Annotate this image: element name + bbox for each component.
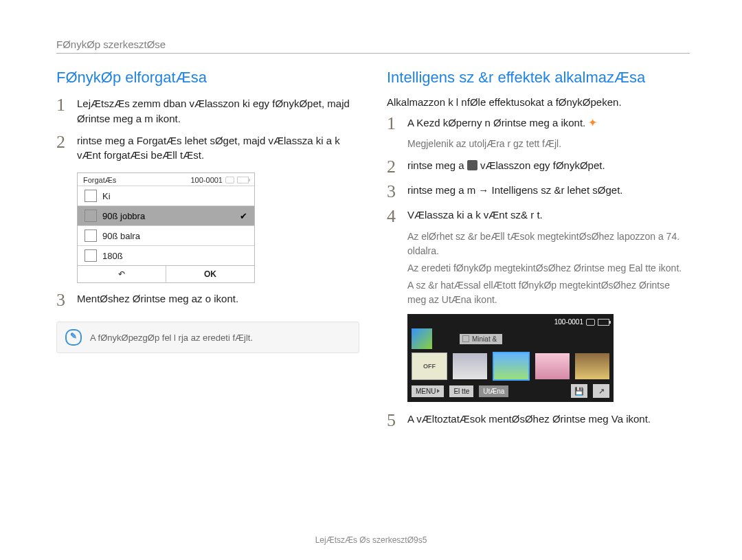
step-number: 2 [387, 158, 399, 176]
effects-icon [412, 328, 432, 349]
step-4r-sub1: Az elØrhet sz &r beÆll tÆsok megtekintØs… [407, 229, 690, 258]
ok-button[interactable]: OK [166, 266, 254, 282]
filter-counter: 100-0001 [554, 318, 583, 326]
step-number: 1 [387, 115, 399, 133]
step-text: rintse meg a m → Intelligens sz &r lehet… [407, 183, 690, 201]
memory-icon [225, 177, 234, 183]
step-1r-sub: Megjelenik az utoljÆra r gz tett fÆjl. [407, 137, 690, 151]
share-icon-button[interactable]: ↗ [593, 384, 609, 398]
step-1: 1 LejÆtszÆs zemm dban vÆlasszon ki egy f… [56, 96, 359, 126]
step-4r-sub2: Az eredeti fØnykØp megtekintØsØhez Ørint… [407, 261, 690, 276]
note-text: A fØnykØpezgØp fel l rja az eredeti fÆjl… [90, 333, 253, 343]
checkmark-icon: ✔ [240, 211, 247, 221]
step-number: 4 [387, 208, 399, 225]
step-text: rintse meg a ForgatÆs lehet sØget, majd … [77, 133, 359, 164]
memory-icon [586, 319, 595, 326]
thumb-5[interactable] [575, 353, 609, 379]
step-5r: 5 A vÆltoztatÆsok mentØsØhez Ørintse meg… [387, 412, 690, 429]
back-button[interactable]: ↶ [78, 266, 166, 282]
info-note: ✎ A fØnykØpezgØp fel l rja az eredeti fÆ… [56, 322, 359, 353]
save-icon-button[interactable]: 💾 [571, 384, 587, 398]
magic-icon: ✦ [588, 117, 597, 128]
chevron-right-icon [437, 389, 440, 393]
thumb-off[interactable]: OFF [412, 352, 447, 380]
step-4r-sub3: A sz &r hatÆssal ellÆtott fØnykØp megtek… [407, 278, 690, 307]
option-label: 90ß balra [102, 231, 140, 241]
step-text: MentØshez Ørintse meg az o ikont. [77, 291, 359, 309]
step-3r: 3 rintse meg a m → Intelligens sz &r leh… [387, 183, 690, 201]
rotate-180-icon [85, 249, 97, 262]
battery-icon [237, 177, 249, 183]
filter-tag: Miniat & [460, 334, 502, 344]
step-text: VÆlassza ki a k vÆnt sz& r t. [407, 208, 690, 225]
step-text: rintse meg a vÆlasszon egy fØnykØpet. [407, 158, 690, 176]
thumb-2[interactable] [453, 353, 487, 379]
step-text: A vÆltoztatÆsok mentØsØhez Ørintse meg V… [407, 412, 690, 429]
filter-screen: 100-0001 Miniat & OFF [407, 314, 614, 402]
rotate-left-icon [85, 229, 97, 242]
step-number: 2 [56, 133, 69, 164]
step-4r: 4 VÆlassza ki a k vÆnt sz& r t. [387, 208, 690, 225]
intro-text: Alkalmazzon k l nfØle effektusokat a fØn… [387, 96, 690, 108]
rotate-screen: ForgatÆs 100-0001 Ki 90ß jobbra ✔ [77, 172, 255, 283]
rotate-option-90r[interactable]: 90ß jobbra ✔ [78, 205, 254, 225]
step-1r: 1 A Kezd kØperny n Ørintse meg a ikont. … [387, 115, 690, 133]
step-3: 3 MentØshez Ørintse meg az o ikont. [56, 291, 359, 309]
thumb-4[interactable] [535, 353, 570, 379]
menu-button[interactable]: MENU [412, 385, 444, 397]
right-heading: Intelligens sz &r effektek alkalmazÆsa [387, 69, 690, 87]
rotate-option-90l[interactable]: 90ß balra [78, 225, 254, 245]
gallery-select-icon [467, 160, 477, 170]
battery-icon [598, 319, 609, 326]
before-button[interactable]: El tte [449, 385, 473, 397]
left-heading: FØnykØp elforgatÆsa [56, 69, 359, 87]
rotate-option-180[interactable]: 180ß [78, 245, 254, 265]
step-number: 3 [387, 183, 399, 201]
step-2r: 2 rintse meg a vÆlasszon egy fØnykØpet. [387, 158, 690, 176]
rotate-option-off[interactable]: Ki [78, 186, 254, 205]
rotate-screen-title: ForgatÆs [83, 176, 116, 184]
page-footer: LejÆtszÆs Øs szerkesztØ9s5 [0, 535, 742, 545]
rotate-right-icon [85, 210, 97, 222]
filter-tag-icon [462, 335, 469, 342]
off-icon [85, 190, 97, 202]
chapter-title: FØnykØp szerkesztØse [56, 38, 690, 54]
thumbs-row: OFF [412, 352, 609, 381]
option-label: 180ß [102, 251, 123, 261]
step-number: 1 [56, 96, 69, 126]
rotate-screen-counter: 100-0001 [191, 176, 223, 184]
step-number: 3 [56, 291, 69, 309]
option-label: Ki [102, 191, 111, 201]
left-column: FØnykØp elforgatÆsa 1 LejÆtszÆs zemm dba… [56, 66, 359, 434]
after-button[interactable]: UtÆna [479, 385, 508, 397]
step-text: A Kezd kØperny n Ørintse meg a ikont. ✦ [407, 115, 690, 133]
step-text: LejÆtszÆs zemm dban vÆlasszon ki egy fØn… [77, 96, 359, 126]
option-label: 90ß jobbra [102, 211, 145, 221]
thumb-selected[interactable] [493, 352, 530, 381]
step-number: 5 [387, 412, 399, 429]
info-icon: ✎ [65, 329, 82, 346]
step-2: 2 rintse meg a ForgatÆs lehet sØget, maj… [56, 133, 359, 164]
right-column: Intelligens sz &r effektek alkalmazÆsa A… [387, 66, 690, 434]
